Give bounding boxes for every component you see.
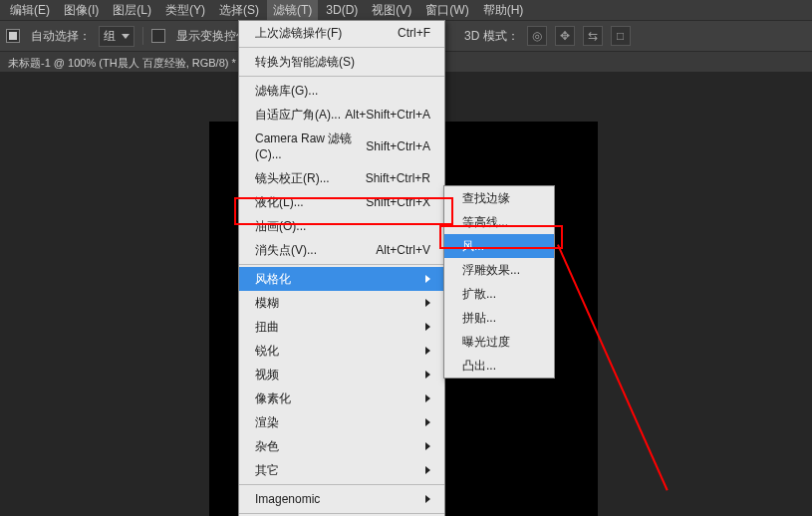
menu-video[interactable]: 视频	[239, 363, 444, 387]
menu-item-label: 视频	[255, 367, 279, 383]
menu-item-label: Camera Raw 滤镜(C)...	[255, 130, 366, 162]
submenu-emboss[interactable]: 浮雕效果...	[444, 258, 554, 282]
menu-distort[interactable]: 扭曲	[239, 315, 444, 339]
menu-lens-correction[interactable]: 镜头校正(R)... Shift+Ctrl+R	[239, 166, 444, 190]
main-menubar: 编辑(E) 图像(I) 图层(L) 类型(Y) 选择(S) 滤镜(T) 3D(D…	[0, 0, 812, 20]
separator	[142, 27, 143, 45]
submenu-arrow-icon	[425, 299, 430, 307]
menu-vanishing-point[interactable]: 消失点(V)... Alt+Ctrl+V	[239, 238, 444, 262]
submenu-find-edges[interactable]: 查找边缘	[444, 186, 554, 210]
menu-stylize[interactable]: 风格化	[239, 267, 444, 291]
menu-divider	[239, 484, 444, 485]
menu-view[interactable]: 视图(V)	[366, 0, 417, 20]
submenu-arrow-icon	[425, 323, 430, 331]
submenu-solarize[interactable]: 曝光过度	[444, 330, 554, 354]
menu-help[interactable]: 帮助(H)	[477, 0, 530, 20]
menu-window[interactable]: 窗口(W)	[419, 0, 474, 20]
document-title: 未标题-1 @ 100% (TH晨人 百度经验, RGB/8) *	[8, 56, 236, 71]
auto-select-checkbox[interactable]	[6, 29, 20, 43]
stylize-submenu: 查找边缘 等高线... 风... 浮雕效果... 扩散... 拼贴... 曝光过…	[443, 185, 555, 379]
submenu-contour[interactable]: 等高线...	[444, 210, 554, 234]
menu-last-filter[interactable]: 上次滤镜操作(F) Ctrl+F	[239, 21, 444, 45]
menu-select[interactable]: 选择(S)	[213, 0, 265, 20]
chevron-down-icon	[122, 34, 130, 39]
submenu-extrude[interactable]: 凸出...	[444, 354, 554, 378]
shortcut-label: Alt+Shift+Ctrl+A	[345, 107, 430, 123]
menu-oil-paint[interactable]: 油画(O)...	[239, 214, 444, 238]
shortcut-label: Shift+Ctrl+A	[366, 138, 430, 154]
menu-camera-raw[interactable]: Camera Raw 滤镜(C)... Shift+Ctrl+A	[239, 127, 444, 166]
menu-item-label: 消失点(V)...	[255, 242, 317, 258]
menu-imagenomic[interactable]: Imagenomic	[239, 487, 444, 511]
menu-item-label: 镜头校正(R)...	[255, 170, 330, 186]
menu-item-label: 转换为智能滤镜(S)	[255, 54, 355, 70]
menu-liquify[interactable]: 液化(L)... Shift+Ctrl+X	[239, 190, 444, 214]
menu-item-label: 扭曲	[255, 319, 279, 335]
shortcut-label: Shift+Ctrl+X	[366, 194, 430, 210]
submenu-diffuse[interactable]: 扩散...	[444, 282, 554, 306]
submenu-arrow-icon	[425, 418, 430, 426]
menu-other[interactable]: 其它	[239, 458, 444, 482]
shortcut-label: Shift+Ctrl+R	[366, 170, 430, 186]
menu-filter-gallery[interactable]: 滤镜库(G)...	[239, 79, 444, 103]
menu-item-label: 杂色	[255, 438, 279, 454]
submenu-wind[interactable]: 风...	[444, 234, 554, 258]
submenu-tiles[interactable]: 拼贴...	[444, 306, 554, 330]
menu-type[interactable]: 类型(Y)	[159, 0, 211, 20]
menu-item-label: Imagenomic	[255, 491, 320, 507]
filter-menu: 上次滤镜操作(F) Ctrl+F 转换为智能滤镜(S) 滤镜库(G)... 自适…	[238, 20, 445, 516]
submenu-arrow-icon	[425, 275, 430, 283]
submenu-arrow-icon	[425, 442, 430, 450]
menu-divider	[239, 513, 444, 514]
submenu-arrow-icon	[425, 495, 430, 503]
pan-3d-icon[interactable]: ✥	[555, 26, 575, 46]
menu-layer[interactable]: 图层(L)	[107, 0, 157, 20]
menu-edit[interactable]: 编辑(E)	[4, 0, 56, 20]
menu-adaptive-wide-angle[interactable]: 自适应广角(A)... Alt+Shift+Ctrl+A	[239, 103, 444, 127]
menu-blur[interactable]: 模糊	[239, 291, 444, 315]
slide-3d-icon[interactable]: ⇆	[583, 26, 603, 46]
menu-divider	[239, 264, 444, 265]
menu-item-label: 自适应广角(A)...	[255, 107, 341, 123]
menu-render[interactable]: 渲染	[239, 410, 444, 434]
scale-3d-icon[interactable]: □	[611, 26, 631, 46]
orbit-3d-icon[interactable]: ◎	[527, 26, 547, 46]
menu-item-label: 滤镜库(G)...	[255, 83, 318, 99]
menu-divider	[239, 76, 444, 77]
menu-item-label: 其它	[255, 462, 279, 478]
menu-item-label: 油画(O)...	[255, 218, 306, 234]
menu-item-label: 像素化	[255, 390, 291, 406]
auto-select-target-value: 组	[104, 28, 116, 45]
menu-pixelate[interactable]: 像素化	[239, 387, 444, 410]
shortcut-label: Ctrl+F	[398, 25, 430, 41]
submenu-arrow-icon	[425, 347, 430, 355]
menu-divider	[239, 47, 444, 48]
menu-noise[interactable]: 杂色	[239, 434, 444, 458]
menu-image[interactable]: 图像(I)	[58, 0, 105, 20]
menu-item-label: 上次滤镜操作(F)	[255, 25, 342, 41]
menu-3d[interactable]: 3D(D)	[320, 0, 364, 20]
shortcut-label: Alt+Ctrl+V	[376, 242, 430, 258]
menu-sharpen[interactable]: 锐化	[239, 339, 444, 363]
menu-convert-smart[interactable]: 转换为智能滤镜(S)	[239, 50, 444, 74]
menu-filter[interactable]: 滤镜(T)	[267, 0, 318, 20]
submenu-arrow-icon	[425, 371, 430, 379]
show-transform-checkbox[interactable]	[151, 29, 165, 43]
menu-item-label: 锐化	[255, 343, 279, 359]
menu-item-label: 液化(L)...	[255, 194, 304, 210]
submenu-arrow-icon	[425, 466, 430, 474]
menu-item-label: 模糊	[255, 295, 279, 311]
menu-item-label: 风格化	[255, 271, 291, 287]
auto-select-label: 自动选择：	[31, 28, 91, 45]
menu-item-label: 渲染	[255, 414, 279, 430]
mode3d-label: 3D 模式：	[464, 28, 519, 45]
auto-select-target-select[interactable]: 组	[99, 26, 135, 47]
submenu-arrow-icon	[425, 394, 430, 402]
